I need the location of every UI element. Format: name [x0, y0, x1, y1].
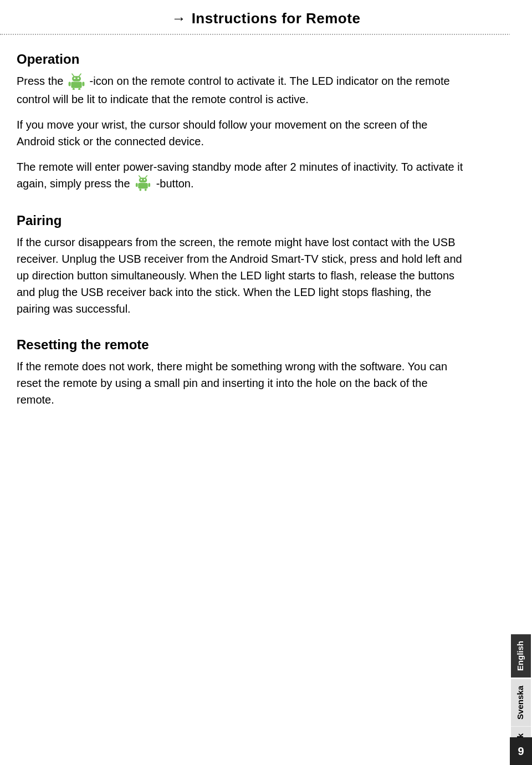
page-number: 9 — [510, 737, 532, 765]
lang-tab-svenska[interactable]: Svenska — [511, 679, 531, 726]
operation-para3: The remote will enter power-saving stand… — [17, 159, 466, 193]
svg-rect-6 — [69, 81, 71, 86]
svg-rect-19 — [145, 189, 147, 191]
svg-rect-8 — [73, 88, 75, 90]
svg-point-13 — [141, 179, 142, 181]
android-icon-2 — [134, 174, 152, 192]
operation-para1: Press the — [17, 73, 466, 108]
svg-rect-12 — [139, 178, 147, 183]
svg-rect-9 — [78, 88, 80, 90]
svg-rect-18 — [140, 189, 142, 191]
operation-para3-before: The remote will enter power-saving stand… — [17, 161, 463, 190]
main-content: Operation Press the — [0, 35, 488, 434]
android-icon-1 — [68, 72, 85, 90]
operation-section: Operation Press the — [17, 52, 466, 193]
page-container: → Instructions for Remote Operation Pres… — [0, 0, 532, 765]
header-arrow-icon: → — [172, 10, 186, 27]
svg-rect-5 — [71, 81, 81, 88]
resetting-para1: If the remote does not work, there might… — [17, 358, 466, 408]
resetting-heading: Resetting the remote — [17, 337, 466, 353]
language-sidebar: English Svenska Norsk 9 — [510, 0, 532, 765]
resetting-section: Resetting the remote If the remote does … — [17, 337, 466, 408]
svg-line-11 — [145, 176, 147, 178]
operation-para3-after: -button. — [156, 177, 194, 190]
svg-rect-15 — [138, 183, 147, 188]
svg-rect-16 — [136, 183, 138, 187]
svg-rect-7 — [82, 81, 84, 86]
pairing-para1: If the cursor disappears from the screen… — [17, 234, 466, 317]
page-header: → Instructions for Remote — [0, 0, 532, 35]
pairing-heading: Pairing — [17, 213, 466, 228]
svg-rect-2 — [72, 76, 81, 81]
svg-point-3 — [74, 77, 75, 79]
svg-point-4 — [78, 77, 79, 79]
operation-para2: If you move your wrist, the cursor shoul… — [17, 116, 466, 150]
svg-rect-17 — [149, 183, 151, 187]
svg-line-1 — [79, 74, 81, 76]
operation-para1-before: Press the — [17, 75, 63, 87]
header-title: Instructions for Remote — [192, 10, 361, 27]
pairing-section: Pairing If the cursor disappears from th… — [17, 213, 466, 317]
svg-line-10 — [139, 176, 141, 178]
svg-line-0 — [72, 74, 74, 76]
operation-heading: Operation — [17, 52, 466, 67]
lang-tab-english[interactable]: English — [511, 634, 531, 677]
svg-point-14 — [144, 179, 146, 181]
